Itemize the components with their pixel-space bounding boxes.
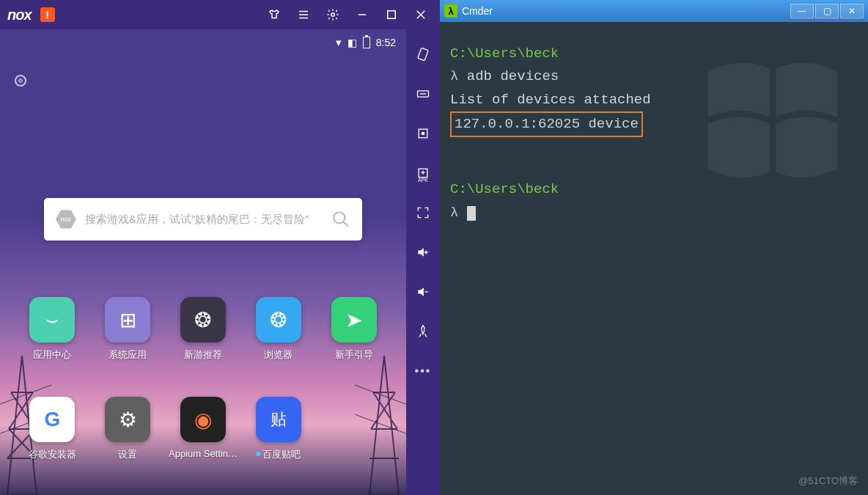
search-icon[interactable]: [331, 210, 350, 229]
app-label: 系统应用: [108, 348, 147, 362]
app-baidu-tieba[interactable]: 贴百度贴吧: [240, 397, 316, 461]
app-label: 谷歌安装器: [29, 448, 76, 461]
battery-icon: [363, 37, 370, 48]
app-label: 浏览器: [264, 348, 293, 362]
app-label: 应用中心: [33, 348, 71, 362]
app-label: 新游推荐: [184, 348, 222, 362]
app-system-apps[interactable]: ⊞系统应用: [90, 297, 166, 362]
app-settings[interactable]: ⚙设置: [90, 397, 166, 461]
nox-titlebar: nox !: [0, 0, 440, 29]
warning-icon[interactable]: !: [40, 7, 55, 22]
volume-up-icon[interactable]: [413, 242, 433, 263]
svg-point-3: [331, 13, 335, 17]
menu-icon[interactable]: [292, 3, 315, 26]
svg-rect-10: [418, 48, 429, 61]
windows-logo-watermark: [692, 40, 853, 201]
app-google-installer[interactable]: G谷歌安装器: [15, 397, 90, 461]
cmder-app-icon: λ: [444, 4, 457, 18]
compass-icon: [15, 75, 26, 87]
cmder-titlebar: λ Cmder — ▢ ✕: [440, 0, 868, 22]
prompt-path: C:\Users\beck: [450, 45, 559, 62]
shirt-icon[interactable]: [262, 3, 286, 26]
prompt-symbol: λ: [450, 205, 458, 221]
app-label: 设置: [118, 448, 137, 461]
cmder-title: Cmder: [462, 5, 786, 17]
search-placeholder: 搜索游戏&应用，试试"妖精的尾巴：无尽冒险": [85, 213, 323, 227]
cmder-window: λ Cmder — ▢ ✕ C:\Users\beck λ adb device…: [440, 0, 868, 495]
svg-line-9: [343, 221, 348, 227]
svg-rect-5: [388, 11, 396, 19]
app-label: Appium Settin…: [169, 448, 238, 459]
minimize-icon[interactable]: —: [790, 4, 814, 18]
nox-emulator-window: nox ! ▾ ◧ 8:52 nox 搜索游戏&应用，试试"妖精的尾巴：无尽冒险…: [0, 0, 440, 495]
terminal-body[interactable]: C:\Users\beck λ adb devices List of devi…: [440, 22, 868, 245]
search-bar[interactable]: nox 搜索游戏&应用，试试"妖精的尾巴：无尽冒险": [44, 198, 362, 241]
rotate-icon[interactable]: [413, 44, 433, 65]
android-screen[interactable]: ▾ ◧ 8:52 nox 搜索游戏&应用，试试"妖精的尾巴：无尽冒险" ⌣应用中…: [0, 29, 406, 495]
app-app-center[interactable]: ⌣应用中心: [15, 297, 90, 362]
app-label: 新手引导: [335, 348, 373, 362]
signal-icon: ◧: [347, 37, 357, 48]
output-line: List of devices attached: [450, 92, 651, 108]
command-text: adb devices: [467, 68, 559, 84]
gear-icon[interactable]: [321, 3, 345, 26]
maximize-icon[interactable]: ▢: [815, 4, 839, 18]
nox-sidebar: APK •••: [406, 29, 440, 495]
app-grid: ⌣应用中心 ⊞系统应用 ❂新游推荐 ❂浏览器 ➤新手引导 G谷歌安装器 ⚙设置 …: [15, 297, 391, 461]
watermark: @51CTO博客: [798, 474, 858, 488]
cursor: [467, 206, 476, 221]
fullscreen-icon[interactable]: [413, 202, 433, 223]
status-time: 8:52: [376, 37, 396, 48]
more-icon[interactable]: •••: [413, 361, 433, 381]
keyboard-icon[interactable]: [413, 84, 433, 104]
svg-point-14: [422, 132, 424, 134]
app-browser[interactable]: ❂浏览器: [240, 297, 316, 362]
svg-point-8: [334, 212, 345, 223]
close-icon[interactable]: [409, 3, 433, 26]
location-icon[interactable]: [413, 123, 433, 144]
app-newbie-guide[interactable]: ➤新手引导: [316, 297, 391, 362]
prompt-symbol: λ: [450, 68, 458, 84]
apk-icon[interactable]: APK: [413, 163, 433, 183]
rocket-icon[interactable]: [413, 321, 433, 342]
nox-logo: nox: [7, 7, 32, 23]
highlighted-output: 127.0.0.1:62025 device: [450, 111, 643, 137]
minimize-icon[interactable]: [350, 3, 374, 26]
close-icon[interactable]: ✕: [840, 4, 864, 18]
status-bar: ▾ ◧ 8:52: [0, 29, 406, 56]
app-appium-settings[interactable]: ◉Appium Settin…: [166, 397, 241, 461]
search-provider-icon: nox: [56, 209, 76, 230]
wifi-icon: ▾: [336, 36, 342, 49]
volume-down-icon[interactable]: [413, 282, 433, 302]
app-label: 百度贴吧: [256, 448, 301, 461]
app-game-recommend[interactable]: ❂新游推荐: [166, 297, 241, 362]
prompt-path: C:\Users\beck: [450, 181, 559, 197]
maximize-icon[interactable]: [380, 3, 403, 26]
